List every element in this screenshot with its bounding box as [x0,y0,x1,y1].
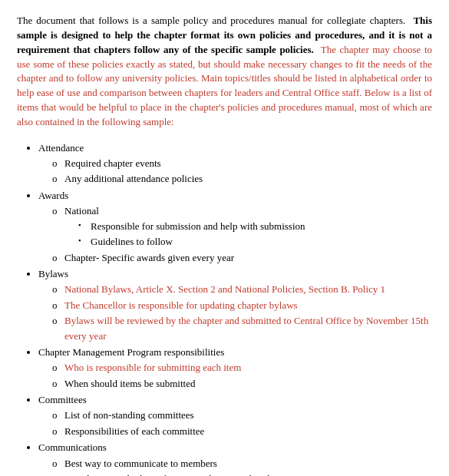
list-item: Any additional attendance policies [52,171,432,187]
level2-list: List of non-standing committeesResponsib… [52,408,432,438]
level3-list: Responsible for submission and help with… [78,219,432,250]
list-item: AttendanceRequired chapter eventsAny add… [38,140,432,187]
list-item: Chapter Management Program responsibilit… [38,345,432,391]
list-item: Guidelines to follow [78,234,432,250]
level2-list: Who is responsible for submitting each i… [52,360,432,391]
level2-list: Best way to communicate to membersDistri… [52,456,432,476]
list-item: When should items be submitted [52,376,432,392]
main-list-section: AttendanceRequired chapter eventsAny add… [25,140,432,476]
list-item: Chapter- Specific awards given every yea… [52,250,432,266]
level2-list: National Bylaws, Article X. Section 2 an… [52,282,432,343]
level2-list: NationalResponsible for submission and h… [52,203,432,265]
intro-part1: The document that follows is a sample po… [17,15,405,26]
intro-paragraph: The document that follows is a sample po… [17,14,432,130]
list-item: Required chapter events [52,156,432,171]
list-item: AwardsNationalResponsible for submission… [38,188,432,265]
list-item: CommitteesList of non-standing committee… [38,392,432,438]
list-item: Distribution and other information about… [52,471,432,476]
list-item: Responsibilities of each committee [52,424,432,439]
list-item: Responsible for submission and help with… [78,219,432,234]
intro-part3: The chapter may choose to use some of th… [17,44,432,127]
list-item: Best way to communicate to members [52,456,432,471]
list-item: List of non-standing committees [52,408,432,423]
list-item: Who is responsible for submitting each i… [52,360,432,375]
list-item: Bylaws will be reviewed by the chapter a… [52,313,432,343]
list-item: The Chancellor is responsible for updati… [52,298,432,313]
list-item: BylawsNational Bylaws, Article X. Sectio… [38,266,432,343]
list-item: CommunicationsBest way to communicate to… [38,440,432,476]
level2-list: Required chapter eventsAny additional at… [52,156,432,187]
main-list: AttendanceRequired chapter eventsAny add… [38,140,432,476]
list-item: National Bylaws, Article X. Section 2 an… [52,282,432,297]
list-item: NationalResponsible for submission and h… [52,203,432,250]
